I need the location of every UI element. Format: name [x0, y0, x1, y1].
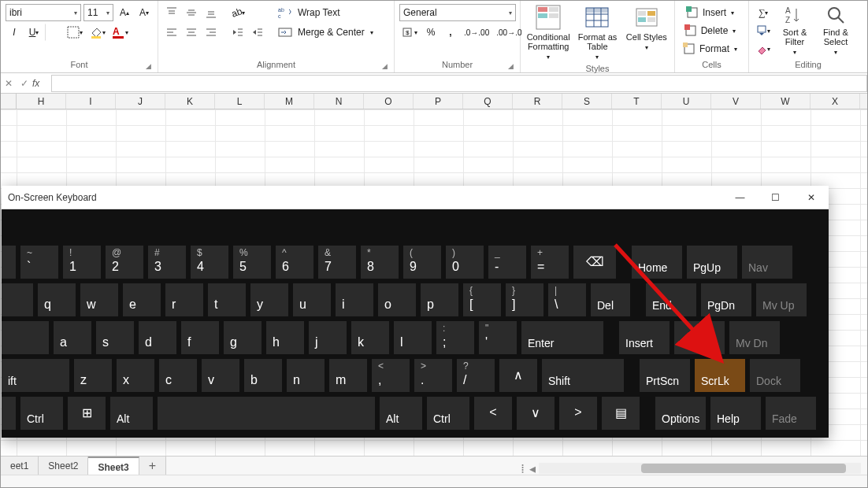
key-y[interactable]: y — [250, 283, 288, 316]
key-s[interactable]: s — [96, 321, 134, 354]
key-space[interactable] — [158, 397, 375, 430]
key-'[interactable]: "' — [479, 321, 517, 354]
increase-indent-button[interactable] — [249, 24, 266, 41]
close-button[interactable]: ✕ — [793, 186, 829, 209]
key-ctrl-left[interactable]: Ctrl — [20, 397, 63, 430]
key-9[interactable]: (9 — [403, 246, 441, 279]
key-m[interactable]: m — [329, 359, 367, 392]
align-middle-button[interactable] — [183, 4, 200, 21]
align-top-button[interactable] — [163, 4, 180, 21]
key-Dock[interactable]: Dock — [750, 359, 800, 392]
key-Mv Up[interactable]: Mv Up — [756, 283, 807, 316]
key-PgUp[interactable]: PgUp — [687, 246, 737, 279]
key-alt-right[interactable]: Alt — [380, 397, 422, 430]
key-0[interactable]: )0 — [446, 246, 484, 279]
key-k[interactable]: k — [351, 321, 389, 354]
key-Home[interactable]: Home — [632, 246, 682, 279]
key-3[interactable]: #3 — [148, 246, 186, 279]
key-v[interactable]: v — [202, 359, 239, 392]
key-caps-edge[interactable] — [2, 321, 49, 354]
key-ctrl-right[interactable]: Ctrl — [427, 397, 469, 430]
key-d[interactable]: d — [139, 321, 176, 354]
key-5[interactable]: %5 — [233, 246, 271, 279]
merge-center-button[interactable]: Merge & Center▾ — [276, 24, 378, 41]
font-name-select[interactable]: ibri▾ — [6, 4, 81, 21]
key-ScrLk[interactable]: ScrLk — [695, 359, 745, 392]
key-shift-right[interactable]: Shift — [542, 359, 624, 392]
key-4[interactable]: $4 — [191, 246, 228, 279]
key-\[interactable]: |\ — [548, 283, 586, 316]
key-right[interactable]: > — [559, 397, 597, 430]
key-x[interactable]: x — [117, 359, 154, 392]
key-a[interactable]: a — [54, 321, 91, 354]
key-Mv Dn[interactable]: Mv Dn — [729, 321, 780, 354]
key-Pause[interactable]: Pause — [674, 321, 725, 354]
formula-input[interactable] — [51, 75, 867, 92]
key-z[interactable]: z — [74, 359, 112, 392]
key-1[interactable]: !1 — [63, 246, 101, 279]
key-e[interactable]: e — [123, 283, 161, 316]
key-l[interactable]: l — [394, 321, 432, 354]
increase-decimal-button[interactable]: .0→.00 — [462, 24, 491, 41]
key-esc-edge[interactable] — [2, 246, 16, 279]
key-del[interactable]: Del — [591, 283, 630, 316]
align-bottom-button[interactable] — [202, 4, 220, 21]
fx-label[interactable]: fx — [32, 78, 51, 89]
comma-button[interactable]: , — [442, 24, 459, 41]
key-j[interactable]: j — [309, 321, 347, 354]
column-headers[interactable]: HI JK LM NO PQ RS TU VW X — [1, 94, 867, 109]
borders-button[interactable]: ▾ — [65, 24, 85, 41]
orientation-button[interactable]: ab▾ — [229, 4, 247, 21]
key-6[interactable]: ^6 — [276, 246, 313, 279]
tab-sheet2[interactable]: Sheet2 — [39, 457, 88, 475]
align-center-button[interactable] — [183, 24, 200, 41]
key-g[interactable]: g — [224, 321, 262, 354]
key-tab-edge[interactable] — [2, 283, 33, 316]
key-PgDn[interactable]: PgDn — [701, 283, 751, 316]
font-color-button[interactable]: A ▾ — [110, 24, 131, 41]
delete-button[interactable]: Delete▾ — [680, 22, 740, 39]
clear-button[interactable]: ▾ — [754, 40, 773, 57]
key-Fade[interactable]: Fade — [766, 397, 816, 430]
key-b[interactable]: b — [244, 359, 282, 392]
font-size-select[interactable]: 11▾ — [83, 4, 113, 21]
key-win[interactable]: ⊞ — [68, 397, 106, 430]
key-q[interactable]: q — [38, 283, 76, 316]
key-o[interactable]: o — [378, 283, 416, 316]
autosum-button[interactable]: ∑ ▾ — [754, 4, 773, 21]
key-t[interactable]: t — [208, 283, 246, 316]
maximize-button[interactable]: ☐ — [758, 186, 793, 209]
key-.[interactable]: >. — [414, 359, 452, 392]
new-sheet-button[interactable]: + — [139, 457, 166, 475]
key-c[interactable]: c — [159, 359, 197, 392]
fill-button[interactable]: ▾ — [754, 22, 773, 39]
percent-button[interactable]: % — [422, 24, 440, 41]
key-backspace[interactable]: ⌫ — [573, 246, 616, 279]
key-[[interactable]: {[ — [463, 283, 501, 316]
key--[interactable]: _- — [488, 246, 526, 279]
key-Options[interactable]: Options — [655, 397, 706, 430]
find-select-button[interactable]: Find & Select▾ — [817, 4, 855, 57]
key-Nav[interactable]: Nav — [742, 246, 792, 279]
key-Insert[interactable]: Insert — [619, 321, 670, 354]
key-shift-left[interactable]: ift — [2, 359, 69, 392]
key-alt-left[interactable]: Alt — [110, 397, 153, 430]
accounting-format-button[interactable]: $▾ — [399, 24, 420, 41]
minimize-button[interactable]: — — [722, 186, 758, 209]
cancel-icon[interactable]: ✕ — [1, 78, 17, 89]
italic-button[interactable]: I — [6, 24, 23, 41]
key-down[interactable]: ∨ — [517, 397, 555, 430]
conditional-formatting-button[interactable]: Conditional Formatting▾ — [525, 4, 571, 62]
key-8[interactable]: *8 — [361, 246, 399, 279]
sort-filter-button[interactable]: AZ Sort & Filter▾ — [776, 4, 814, 57]
align-right-button[interactable] — [202, 24, 220, 41]
decrease-indent-button[interactable] — [229, 24, 247, 41]
underline-button[interactable]: U ▾ — [25, 24, 43, 41]
key-p[interactable]: p — [421, 283, 458, 316]
key-7[interactable]: &7 — [318, 246, 356, 279]
key-up[interactable]: ∧ — [499, 359, 537, 392]
key-Help[interactable]: Help — [710, 397, 761, 430]
key-w[interactable]: w — [80, 283, 118, 316]
key-n[interactable]: n — [287, 359, 325, 392]
key-r[interactable]: r — [165, 283, 203, 316]
